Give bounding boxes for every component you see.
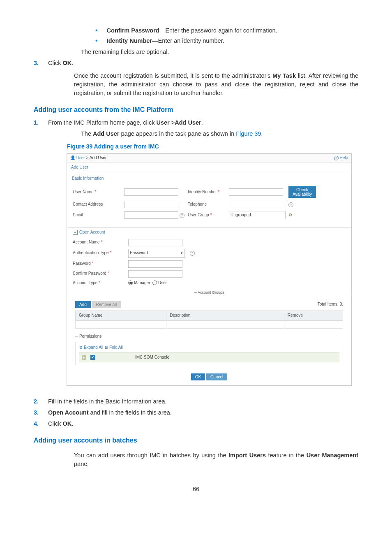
breadcrumb[interactable]: 👤 User > Add User	[70, 155, 106, 161]
help-icon[interactable]: ?	[180, 213, 184, 218]
after-submit-paragraph: Once the account registration is submitt…	[74, 72, 358, 97]
add-button[interactable]: Add	[75, 301, 91, 308]
remaining-fields-note: The remaining fields are optional.	[81, 48, 358, 56]
input-identity-number[interactable]	[229, 188, 283, 196]
batch-paragraph: You can add users through IMC in batches…	[74, 451, 358, 468]
account-groups-table: Group Name Description Remove	[75, 311, 343, 329]
input-user-name[interactable]	[124, 188, 178, 196]
tree-expand-icon[interactable]: ▸	[82, 355, 86, 360]
radio-user[interactable]	[152, 280, 157, 285]
open-account-label: Open Account	[79, 229, 105, 236]
permission-label: IMC SOM Console	[135, 355, 337, 361]
input-email[interactable]	[124, 211, 178, 219]
cancel-button[interactable]: Cancel	[206, 373, 227, 380]
step-number: 1.	[34, 118, 48, 127]
heading-adding-from-imc: Adding user accounts from the IMC Platfo…	[34, 105, 358, 114]
step-text: Click OK.	[48, 59, 73, 67]
input-user-group[interactable]: Ungrouped	[229, 211, 286, 219]
heading-adding-in-batches: Adding user accounts in batches	[34, 436, 358, 445]
table-row	[76, 320, 343, 328]
select-auth-type[interactable]: Password▼	[128, 249, 185, 258]
bullet-label: Confirm Password	[107, 27, 159, 34]
ok-button[interactable]: OK	[191, 373, 205, 380]
input-telephone[interactable]	[229, 201, 283, 208]
bullet-identity-number: • Identity Number—Enter an identity numb…	[95, 37, 358, 45]
check-availability-button[interactable]: Check Availability	[288, 186, 316, 198]
label-account-type: Account Type *	[73, 280, 128, 286]
permission-check-icon[interactable]: ✔	[90, 355, 95, 360]
user-icon: 👤	[70, 155, 75, 160]
account-groups-header: Account Groups	[198, 290, 224, 294]
section-title-add-user: Add User	[67, 162, 351, 173]
step-number: 2.	[34, 397, 48, 406]
panel-basic-information: Basic Information	[67, 173, 351, 184]
doc-icon: 🗎	[79, 345, 83, 350]
figure-link[interactable]: Figure 39	[236, 130, 261, 137]
remove-all-button[interactable]: Remove All	[92, 301, 121, 308]
step-number: 4.	[34, 419, 48, 428]
radio-manager[interactable]	[128, 280, 133, 285]
label-user-name: User Name *	[73, 189, 124, 195]
help-link[interactable]: ?Help	[334, 155, 348, 161]
label-account-name: Account Name *	[73, 239, 128, 246]
input-password[interactable]	[128, 260, 182, 268]
page-number: 66	[34, 485, 358, 493]
step-text: Open Account and fill in the fields in t…	[48, 408, 172, 417]
step-text: Click OK.	[48, 419, 73, 428]
label-email: Email	[73, 212, 124, 218]
bullet-dot-icon: •	[95, 26, 98, 35]
screenshot-add-user: 👤 User > Add User ?Help Add User Basic I…	[67, 153, 352, 386]
label-confirm-password: Confirm Password *	[73, 271, 128, 277]
total-items: Total Items: 0.	[318, 301, 343, 308]
help-icon: ?	[334, 156, 339, 160]
step-number: 3.	[34, 408, 48, 417]
step-body: The Add User page appears in the task pa…	[81, 130, 358, 138]
label-user-group: User Group *	[188, 212, 229, 218]
chevron-down-icon: ▼	[180, 251, 183, 256]
bullet-confirm-password: • Confirm Password—Enter the password ag…	[95, 26, 358, 35]
permissions-header: Permissions	[79, 334, 101, 338]
bullet-dot-icon: •	[95, 37, 98, 45]
fold-all-link[interactable]: Fold All	[109, 345, 123, 350]
open-account-checkbox[interactable]: ✔	[73, 230, 78, 235]
col-group-name: Group Name	[76, 311, 166, 321]
figure-caption: Figure 39 Adding a user from IMC	[67, 142, 358, 151]
permission-row[interactable]: ▸ ✔ IMC SOM Console	[79, 352, 339, 363]
label-auth-type: Authentication Type *	[73, 250, 128, 256]
help-icon[interactable]: ?	[288, 202, 293, 207]
input-confirm-password[interactable]	[128, 270, 182, 278]
label-contact-address: Contact Address	[73, 202, 124, 208]
col-remove: Remove	[284, 311, 343, 321]
step-text: Fill in the fields in the Basic Informat…	[48, 397, 167, 406]
input-account-name[interactable]	[128, 239, 182, 246]
step-number: 3.	[34, 59, 48, 67]
step-text: From the IMC Platform home page, click U…	[48, 118, 203, 127]
help-icon[interactable]: ?	[190, 251, 195, 256]
account-type-radios: Manager User	[128, 280, 190, 286]
label-identity-number: Identity Number *	[188, 189, 229, 195]
label-password: Password *	[73, 261, 128, 267]
input-contact-address[interactable]	[124, 201, 178, 208]
bullet-label: Identity Number	[107, 37, 152, 44]
col-description: Description	[166, 311, 284, 321]
group-picker-icon[interactable]: ⚙	[288, 213, 292, 217]
doc-icon: 🗎	[104, 345, 108, 350]
expand-all-link[interactable]: Expand All	[84, 345, 103, 350]
label-telephone: Telephone	[188, 202, 229, 208]
